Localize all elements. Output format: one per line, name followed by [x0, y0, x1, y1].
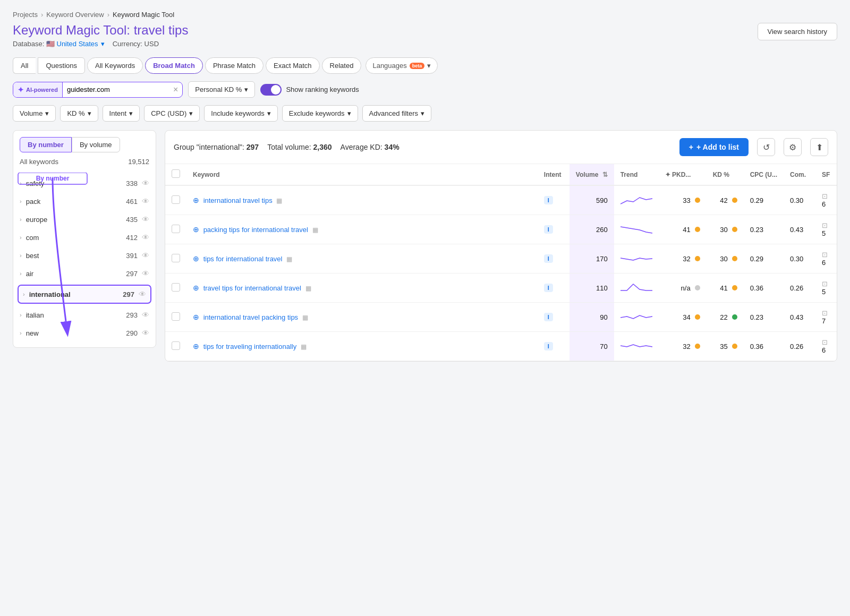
sort-buttons: By number By volume [13, 131, 156, 152]
tab-questions[interactable]: Questions [38, 57, 85, 74]
ai-domain-input[interactable] [63, 82, 169, 97]
advanced-filters-button[interactable]: Advanced filters ▾ [362, 105, 432, 122]
tab-exact-match[interactable]: Exact Match [266, 57, 320, 74]
sidebar-item-italian[interactable]: › italian 293 👁 [13, 306, 156, 324]
expand-icon[interactable]: ⊕ [193, 225, 199, 234]
breadcrumb-projects[interactable]: Projects [13, 11, 38, 19]
sidebar-item-new[interactable]: › new 290 👁 [13, 324, 156, 342]
row-checkbox[interactable] [172, 225, 180, 233]
col-pkd[interactable]: ✦ PKD... [659, 164, 707, 185]
tab-broad-match[interactable]: Broad Match [145, 57, 203, 74]
table-row: ⊕ international travel packing tips ▦ I … [165, 303, 837, 332]
trend-sparkline [620, 223, 652, 235]
refresh-button[interactable]: ↺ [757, 138, 775, 156]
sidebar-header: All keywords 19,512 [13, 152, 156, 169]
ai-clear-button[interactable]: × [169, 83, 182, 97]
intent-filter[interactable]: Intent ▾ [103, 105, 140, 122]
settings-button[interactable]: ⚙ [784, 138, 802, 156]
sidebar-item-europe[interactable]: › europe 435 👁 [13, 210, 156, 228]
volume-filter[interactable]: Volume ▾ [13, 105, 56, 122]
table-row: ⊕ tips for traveling internationally ▦ I… [165, 332, 837, 361]
tab-related[interactable]: Related [322, 57, 362, 74]
page-title: Keyword Magic Tool: travel tips [13, 23, 188, 38]
keyword-link[interactable]: tips for traveling internationally [203, 343, 297, 350]
eye-icon[interactable]: 👁 [142, 197, 149, 206]
eye-icon[interactable]: 👁 [142, 215, 149, 224]
eye-icon[interactable]: 👁 [142, 329, 149, 337]
col-sf: SF [815, 164, 837, 185]
trend-sparkline [620, 193, 652, 206]
exclude-keywords-filter[interactable]: Exclude keywords ▾ [282, 105, 358, 122]
eye-icon[interactable]: 👁 [142, 251, 149, 260]
eye-icon[interactable]: 👁 [142, 179, 149, 187]
show-ranking-toggle[interactable] [260, 84, 282, 96]
tab-phrase-match[interactable]: Phrase Match [205, 57, 264, 74]
export-button[interactable]: ⬆ [810, 138, 828, 156]
sidebar-item-pack[interactable]: › pack 461 👁 [13, 192, 156, 210]
eye-icon[interactable]: 👁 [142, 233, 149, 242]
country-selector[interactable]: United States [57, 40, 98, 48]
expand-icon[interactable]: ⊕ [193, 313, 199, 321]
sidebar-list: › safety 338 👁 › pack 461 👁 › europe [13, 169, 156, 347]
show-ranking-label: Show ranking keywords [286, 85, 359, 93]
chevron-right-icon: › [20, 312, 22, 318]
chevron-right-icon: › [20, 234, 22, 241]
breadcrumb-current: Keyword Magic Tool [113, 11, 174, 19]
breadcrumb: Projects › Keyword Overview › Keyword Ma… [13, 11, 837, 19]
personal-kd-dropdown[interactable]: Personal KD % ▾ [188, 81, 255, 98]
tab-all[interactable]: All [13, 57, 36, 74]
table-icon: ▦ [276, 197, 282, 204]
sidebar-item-safety[interactable]: › safety 338 👁 [13, 174, 156, 192]
keyword-link[interactable]: travel tips for international travel [203, 284, 301, 292]
keyword-link[interactable]: international travel tips [203, 196, 273, 204]
kd-filter[interactable]: KD % ▾ [60, 105, 98, 122]
row-checkbox[interactable] [172, 312, 180, 321]
sidebar-item-international[interactable]: › international 297 👁 [18, 285, 151, 304]
sidebar-all-keywords-label: All keywords [20, 158, 58, 166]
table-icon: ▦ [301, 343, 307, 350]
include-keywords-filter[interactable]: Include keywords ▾ [204, 105, 277, 122]
row-checkbox[interactable] [172, 195, 180, 204]
chevron-right-icon: › [20, 330, 22, 336]
table-header: Keyword Intent Volume ⇅ Trend ✦ PKD... K… [165, 164, 837, 185]
row-checkbox[interactable] [172, 341, 180, 350]
expand-icon[interactable]: ⊕ [193, 254, 199, 263]
page-header: Keyword Magic Tool: travel tips Database… [13, 23, 837, 48]
col-check[interactable] [165, 164, 186, 185]
ai-powered-input-box: ✦ AI-powered × [13, 82, 183, 98]
table-row: ⊕ packing tips for international travel … [165, 215, 837, 244]
add-to-list-button[interactable]: + + Add to list [679, 138, 749, 156]
row-checkbox[interactable] [172, 254, 180, 262]
eye-icon[interactable]: 👁 [139, 290, 146, 298]
sidebar-item-com[interactable]: › com 412 👁 [13, 228, 156, 246]
keyword-link[interactable]: tips for international travel [203, 255, 283, 263]
expand-icon[interactable]: ⊕ [193, 342, 199, 350]
table-icon: ▦ [302, 314, 308, 321]
breadcrumb-keyword-overview[interactable]: Keyword Overview [46, 11, 104, 19]
sort-by-volume-button[interactable]: By volume [72, 137, 120, 152]
languages-button[interactable]: Languages beta ▾ [366, 57, 438, 74]
sidebar-item-air[interactable]: › air 297 👁 [13, 264, 156, 283]
eye-icon[interactable]: 👁 [142, 311, 149, 319]
keyword-link[interactable]: international travel packing tips [203, 313, 299, 321]
total-volume-label: Total volume: [267, 143, 311, 151]
eye-icon[interactable]: 👁 [142, 269, 149, 278]
col-cpc: CPC (U... [744, 164, 784, 185]
cpc-filter[interactable]: CPC (USD) ▾ [144, 105, 200, 122]
expand-icon[interactable]: ⊕ [193, 196, 199, 204]
intent-badge: I [544, 254, 553, 263]
tab-all-keywords[interactable]: All Keywords [87, 57, 143, 74]
search-query: travel tips [134, 23, 189, 37]
chevron-right-icon: › [20, 252, 22, 259]
keyword-link[interactable]: packing tips for international travel [203, 226, 308, 234]
view-history-button[interactable]: View search history [758, 23, 837, 40]
keywords-table: Keyword Intent Volume ⇅ Trend ✦ PKD... K… [165, 164, 837, 361]
sidebar-item-best[interactable]: › best 391 👁 [13, 246, 156, 264]
expand-icon[interactable]: ⊕ [193, 284, 199, 292]
col-kd[interactable]: KD % [707, 164, 744, 185]
row-checkbox[interactable] [172, 283, 180, 292]
sort-by-number-button[interactable]: By number [20, 137, 72, 152]
table-row: ⊕ international travel tips ▦ I 590 [165, 185, 837, 215]
col-volume[interactable]: Volume ⇅ [570, 164, 614, 185]
trend-sparkline [620, 281, 652, 294]
